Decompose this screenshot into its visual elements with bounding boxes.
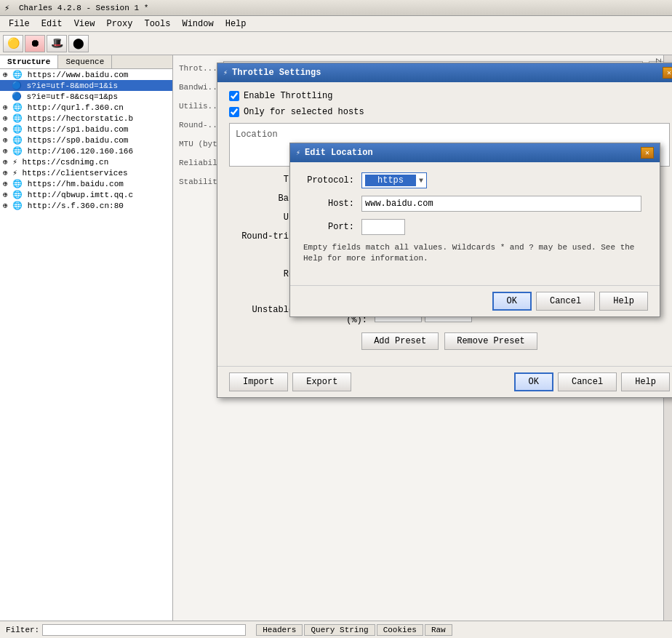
bandwidth-label: Bandwi... (179, 83, 222, 92)
edit-location-title-bar: ⚡ Edit Location ✕ (290, 143, 660, 162)
protocol-value: https (365, 175, 416, 186)
menu-view[interactable]: View (68, 17, 101, 31)
throttle-dialog-icon: ⚡ (223, 68, 228, 77)
only-selected-hosts-label: Only for selected hosts (244, 107, 364, 117)
tree-item-client[interactable]: ⊕ ⚡ https://clientservices (0, 167, 172, 178)
edit-location-title: Edit Location (305, 148, 636, 158)
tree-item-sp1[interactable]: ⊕ 🌐 https://sp1.baidu.com (0, 124, 172, 135)
sidebar: Structure Sequence ⊕ 🌐 https://www.baidu… (0, 55, 173, 621)
tab-query-string[interactable]: Query String (304, 624, 375, 636)
enable-throttling-row: Enable Throttling (229, 91, 670, 101)
protocol-arrow: ▼ (416, 177, 423, 185)
enable-throttling-checkbox[interactable] (229, 91, 239, 101)
menu-file[interactable]: File (3, 17, 36, 31)
tree-item-sp0[interactable]: ⊕ 🌐 https://sp0.baidu.com (0, 135, 172, 145)
toolbar-btn-4[interactable]: ⬤ (68, 35, 89, 52)
filter-label: Filter: (6, 626, 39, 634)
tree-item-106[interactable]: ⊕ 🌐 http://106.120.160.166 (0, 145, 172, 156)
edit-location-content: Protocol: https ▼ Host: Port: (290, 162, 660, 285)
tree-item-sf360[interactable]: ⊕ 🌐 http://s.f.360.cn:80 (0, 200, 172, 211)
app-title: Charles 4.2.8 - Session 1 * (19, 4, 148, 12)
preset-buttons: Add Preset Remove Preset (229, 332, 670, 350)
toolbar-btn-3[interactable]: 🎩 (47, 35, 67, 52)
import-button[interactable]: Import (229, 372, 288, 391)
edit-location-dialog: ⚡ Edit Location ✕ Protocol: https ▼ Host… (289, 143, 660, 317)
filter-input[interactable] (42, 624, 246, 636)
tree-item-baidu[interactable]: ⊕ 🌐 https://www.baidu.com (0, 69, 172, 80)
main-area: Structure Sequence ⊕ 🌐 https://www.baidu… (0, 55, 672, 621)
host-label: Host: (303, 199, 361, 209)
edit-location-help-button[interactable]: Help (599, 292, 648, 311)
round-trip-label: Round-... (179, 121, 222, 129)
host-input[interactable] (361, 196, 641, 212)
tree-item-qurl[interactable]: ⊕ 🌐 http://qurl.f.360.cn (0, 102, 172, 113)
port-row: Port: (303, 219, 647, 235)
tab-raw[interactable]: Raw (425, 624, 452, 636)
sidebar-tabs: Structure Sequence (0, 55, 172, 69)
tab-sequence[interactable]: Sequence (58, 55, 112, 68)
menu-proxy[interactable]: Proxy (100, 17, 138, 31)
edit-location-close-button[interactable]: ✕ (641, 147, 654, 159)
toolbar-btn-record[interactable]: ⏺ (25, 35, 45, 52)
throttle-title-bar: ⚡ Throttle Settings ✕ (217, 63, 672, 82)
app-icon: ⚡ (4, 3, 15, 13)
throttle-ok-button[interactable]: OK (514, 372, 553, 391)
throttle-label: Throt... (179, 64, 217, 73)
protocol-label: Protocol: (303, 175, 361, 186)
export-button[interactable]: Export (292, 372, 351, 391)
tree-item-hm[interactable]: ⊕ 🌐 https://hm.baidu.com (0, 178, 172, 189)
toolbar: 🟡 ⏺ 🎩 ⬤ (0, 32, 672, 55)
throttle-close-button[interactable]: ✕ (663, 67, 672, 79)
port-input[interactable] (361, 219, 405, 235)
tree-item-baidu-1[interactable]: 🔵 s?ie=utf-8&mod=1&is (0, 80, 172, 91)
menu-edit[interactable]: Edit (36, 17, 68, 31)
menu-tools[interactable]: Tools (138, 17, 176, 31)
content-area: Throt... ▼ Bandwi... Utilis... Round-... (173, 55, 672, 621)
tree-item-baidu-2[interactable]: 🔵 s?ie=utf-8&csq=1&ps (0, 91, 172, 102)
tree-item-hector[interactable]: ⊕ 🌐 https://hectorstatic.b (0, 113, 172, 124)
host-row: Host: (303, 196, 647, 212)
remove-preset-button[interactable]: Remove Preset (444, 332, 537, 350)
tree-item-csdn[interactable]: ⊕ ⚡ https://csdnimg.cn (0, 156, 172, 167)
bottom-bar: Filter: Headers Query String Cookies Raw (0, 621, 672, 638)
bottom-tabs: Headers Query String Cookies Raw (256, 624, 452, 636)
throttle-footer: Import Export OK Cancel Help (217, 366, 672, 397)
add-preset-button[interactable]: Add Preset (361, 332, 439, 350)
throttle-help-button[interactable]: Help (621, 372, 670, 391)
utilisation-label: Utilis... (179, 102, 222, 111)
title-bar: ⚡ Charles 4.2.8 - Session 1 * (0, 0, 672, 16)
menu-window[interactable]: Window (176, 17, 219, 31)
edit-location-icon: ⚡ (296, 148, 300, 157)
location-label: Location (236, 129, 278, 140)
tab-cookies[interactable]: Cookies (377, 624, 423, 636)
only-selected-hosts-row: Only for selected hosts (229, 107, 670, 117)
toolbar-btn-1[interactable]: 🟡 (3, 35, 23, 52)
port-label: Port: (303, 222, 361, 232)
menu-bar: File Edit View Proxy Tools Window Help (0, 16, 672, 32)
edit-location-footer: OK Cancel Help (290, 285, 660, 316)
edit-location-cancel-button[interactable]: Cancel (536, 292, 595, 311)
enable-throttling-label: Enable Throttling (244, 91, 332, 101)
protocol-row: Protocol: https ▼ (303, 172, 647, 188)
protocol-select[interactable]: https ▼ (361, 172, 427, 188)
tab-headers[interactable]: Headers (256, 624, 303, 636)
hint-text: Empty fields match all values. Wildcards… (303, 242, 647, 265)
menu-help[interactable]: Help (220, 17, 252, 31)
only-selected-hosts-checkbox[interactable] (229, 107, 239, 117)
tab-structure[interactable]: Structure (0, 55, 58, 68)
edit-location-ok-button[interactable]: OK (492, 292, 532, 311)
throttle-cancel-button[interactable]: Cancel (558, 372, 617, 391)
tree-item-qbwup[interactable]: ⊕ 🌐 http://qbwup.imtt.qq.c (0, 189, 172, 200)
throttle-dialog-title: Throttle Settings (232, 68, 658, 78)
